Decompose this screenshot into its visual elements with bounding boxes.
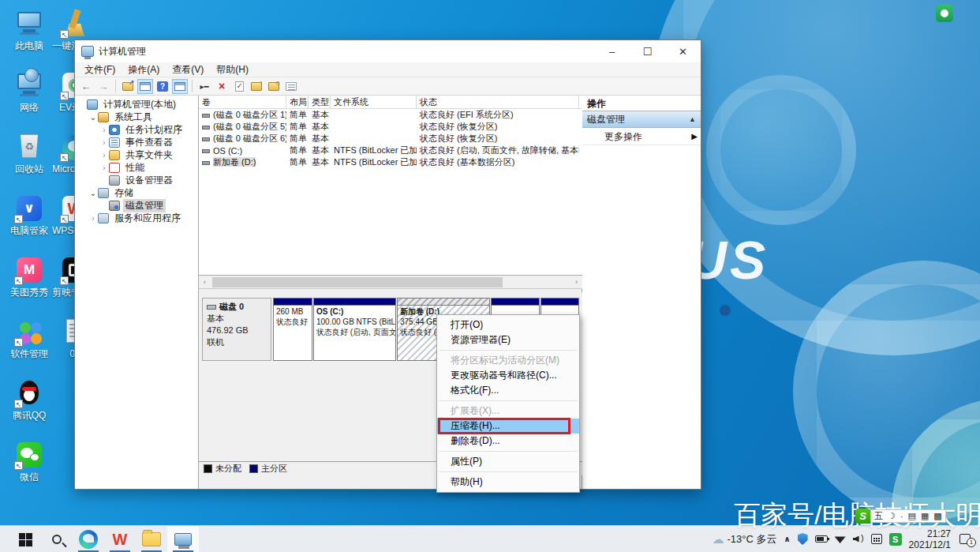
context-menu-item-5[interactable]: 格式化(F)...: [437, 383, 579, 398]
desktop-icon-meitu[interactable]: M↖美图秀秀: [6, 256, 52, 298]
close-button[interactable]: ✕: [665, 40, 701, 62]
actions-group-disk-management[interactable]: 磁盘管理 ▲: [582, 111, 701, 128]
tray-wifi-icon[interactable]: [835, 535, 846, 543]
column-header-3[interactable]: 文件系统: [331, 96, 417, 108]
console-window-icon[interactable]: [137, 79, 153, 94]
window-titlebar[interactable]: 计算机管理 – ☐ ✕: [75, 40, 701, 62]
tree-item-eventlog[interactable]: ›事件查看器: [75, 136, 198, 148]
tray-shield-icon[interactable]: [798, 533, 808, 545]
folder-up-icon[interactable]: ↑: [249, 79, 264, 94]
desktop-icon-recycle-bin[interactable]: ♻回收站: [6, 133, 52, 175]
show-console-icon[interactable]: [172, 79, 188, 94]
desktop-icon-this-pc[interactable]: 此电脑: [6, 9, 52, 51]
sogou-tool-icon-0[interactable]: 五: [874, 510, 883, 522]
menu-file[interactable]: 文件(F): [78, 62, 122, 77]
sogou-tool-icon-5[interactable]: ▩: [933, 511, 941, 521]
disk-info-box[interactable]: 磁盘 0 基本 476.92 GB 联机: [202, 298, 271, 361]
desktop-widget-icon[interactable]: [936, 5, 953, 22]
sogou-tool-icon-1[interactable]: ☽: [888, 511, 896, 521]
tree-closed-arrow-icon[interactable]: ›: [100, 151, 108, 160]
tree-item-diskmgmt[interactable]: 磁盘管理: [75, 199, 198, 212]
tray-chevron-up-icon[interactable]: ∧: [784, 535, 790, 543]
column-header-4[interactable]: 状态: [417, 96, 579, 108]
taskbar-wps-button[interactable]: W: [104, 526, 136, 552]
action-pointer-icon[interactable]: ▸━: [196, 79, 212, 94]
desktop-icon-network[interactable]: 网络: [6, 71, 52, 113]
tree-closed-arrow-icon[interactable]: ›: [100, 163, 108, 172]
tree-item-perf[interactable]: ›N性能: [75, 161, 198, 174]
tree-closed-arrow-icon[interactable]: ›: [100, 126, 108, 134]
taskbar-edge-button[interactable]: [73, 526, 104, 552]
folder-export-icon[interactable]: ↗: [120, 79, 136, 94]
sogou-input-bar[interactable]: S 五☽·▤▦▩: [855, 509, 946, 524]
scroll-left-icon[interactable]: ‹: [199, 278, 211, 286]
volume-row[interactable]: 新加卷 (D:)简单基本NTFS (BitLocker 已加密)状态良好 (基本…: [199, 156, 582, 168]
context-menu-item-0[interactable]: 打开(O): [437, 317, 579, 332]
more-actions-item[interactable]: 更多操作 ▶: [582, 128, 701, 145]
scrollbar-thumb[interactable]: [212, 277, 503, 287]
tree-open-arrow-icon[interactable]: ⌄: [89, 189, 97, 197]
tray-battery-icon[interactable]: [815, 535, 828, 543]
volume-row[interactable]: (磁盘 0 磁盘分区 5)简单基本状态良好 (恢复分区): [199, 121, 582, 133]
tree-item-label: 计算机管理(本地): [101, 98, 178, 111]
partition[interactable]: 260 MB状态良好: [273, 298, 312, 361]
menu-help[interactable]: 帮助(H): [210, 62, 255, 77]
folder-search-icon[interactable]: ○: [266, 79, 282, 94]
sogou-tool-icon-2[interactable]: ·: [900, 512, 903, 521]
partition-1[interactable]: OS (C:)100.00 GB NTFS (BitLocker 已加密)状态良…: [313, 298, 396, 361]
maximize-button[interactable]: ☐: [630, 40, 665, 62]
tray-ime-icon[interactable]: [871, 534, 882, 544]
tree-item-tools[interactable]: ⌄系统工具: [75, 111, 198, 123]
network-icon: [13, 71, 45, 101]
context-menu-item-13[interactable]: 帮助(H): [437, 475, 579, 490]
taskbar-computer-management-button[interactable]: [167, 526, 199, 552]
tray-volume-icon[interactable]: [853, 535, 864, 544]
volume-row[interactable]: OS (C:)简单基本NTFS (BitLocker 已加密)状态良好 (启动,…: [199, 145, 582, 156]
tree-item-storage[interactable]: ⌄存储: [75, 186, 198, 199]
menu-view[interactable]: 查看(V): [166, 62, 210, 77]
tree-open-arrow-icon[interactable]: ⌄: [89, 113, 97, 122]
tray-sogou-icon[interactable]: S: [889, 533, 902, 546]
check-page-icon[interactable]: ✓: [231, 79, 247, 94]
sogou-tool-icon-4[interactable]: ▦: [921, 511, 929, 521]
minimize-button[interactable]: –: [594, 40, 630, 62]
tree-item-devmgr[interactable]: 设备管理器: [75, 174, 198, 186]
volume-row[interactable]: (磁盘 0 磁盘分区 1)简单基本状态良好 (EFI 系统分区): [199, 109, 582, 121]
context-menu-item-4[interactable]: 更改驱动器号和路径(C)...: [437, 368, 579, 383]
desktop-icon-pc-manager[interactable]: ∨↖电脑管家: [6, 194, 52, 236]
context-menu-item-11[interactable]: 属性(P): [437, 454, 579, 469]
scroll-right-icon[interactable]: ›: [570, 278, 582, 286]
tree-item-scheduler[interactable]: ›任务计划程序: [75, 123, 198, 136]
forward-icon[interactable]: →: [95, 79, 111, 94]
tree-item-services[interactable]: ›服务和应用程序: [75, 212, 198, 224]
column-header-2[interactable]: 类型: [309, 96, 331, 108]
context-menu-item-9[interactable]: 删除卷(D)...: [437, 434, 579, 449]
column-header-1[interactable]: 布局: [286, 96, 309, 108]
volume-row[interactable]: (磁盘 0 磁盘分区 6)简单基本状态良好 (恢复分区): [199, 133, 582, 145]
taskbar-explorer-button[interactable]: [136, 526, 167, 552]
back-icon[interactable]: ←: [78, 79, 94, 94]
context-menu-item-1[interactable]: 资源管理器(E): [437, 332, 579, 347]
tree-closed-arrow-icon[interactable]: ›: [100, 138, 108, 147]
sogou-logo-icon[interactable]: S: [855, 509, 870, 524]
taskbar-start-button[interactable]: [9, 526, 41, 552]
column-header-0[interactable]: 卷: [199, 96, 286, 108]
tree-item-computer[interactable]: 计算机管理(本地): [75, 98, 198, 111]
form-view-icon[interactable]: [283, 79, 299, 94]
help-icon[interactable]: ?: [155, 79, 170, 94]
taskbar-search-button[interactable]: [41, 526, 73, 552]
horizontal-scrollbar[interactable]: ‹ ›: [199, 276, 582, 289]
collapse-icon[interactable]: ▲: [689, 111, 696, 127]
tree-item-sharedfolder[interactable]: ›共享文件夹: [75, 148, 198, 161]
taskbar-clock[interactable]: 21:27 2021/12/1: [909, 528, 951, 550]
notification-center-icon[interactable]: 1: [959, 533, 974, 546]
desktop-icon-wechat[interactable]: ↖微信: [6, 441, 52, 483]
sogou-tool-icon-3[interactable]: ▤: [908, 511, 916, 521]
weather-widget[interactable]: ☁ -13°C 多云: [712, 532, 776, 546]
desktop-icon-software-manager[interactable]: ↖软件管理: [6, 317, 52, 359]
desktop-icon-qq[interactable]: ↖腾讯QQ: [6, 379, 52, 421]
context-menu-item-8[interactable]: 压缩卷(H)...: [437, 419, 579, 434]
delete-icon[interactable]: ×: [214, 79, 230, 94]
menu-action[interactable]: 操作(A): [122, 62, 166, 77]
tree-closed-arrow-icon[interactable]: ›: [89, 214, 97, 223]
